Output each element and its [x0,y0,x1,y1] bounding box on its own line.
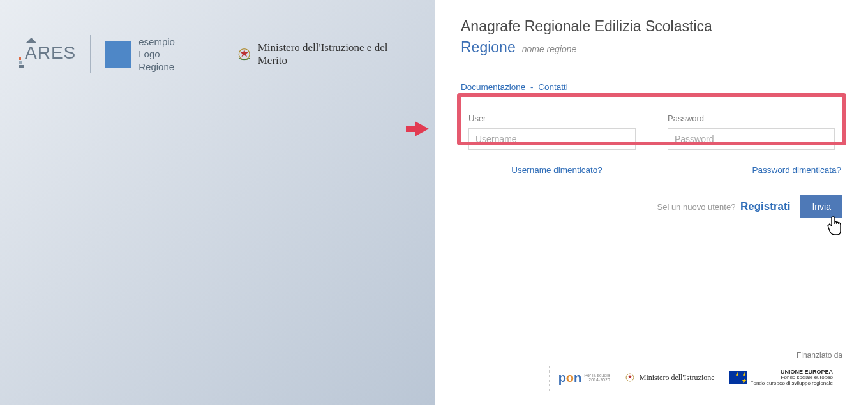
financed-by-label: Finanziato da [461,351,842,360]
link-documentazione[interactable]: Documentazione [461,82,525,92]
eu-flag-icon: ★ ★ ★ [729,371,747,384]
ares-text: RES [38,43,77,63]
page-title: Anagrafe Regionale Edilizia Scolastica [461,18,842,35]
user-label: User [468,114,636,123]
ministero-logo: Ministero dell'Istruzione e del Merito [236,41,416,67]
pon-logo: pon Per la scuola 2014-2020 [558,371,610,385]
italian-emblem-icon [624,372,636,383]
ministero-label: Ministero dell'Istruzione e del Merito [258,41,416,67]
left-branding-panel: ARES esempio Logo Regione Ministero dell… [0,0,435,405]
region-logo-example: esempio Logo Regione [105,36,197,73]
link-forgot-username[interactable]: Username dimenticato? [511,165,602,175]
funder-logos: pon Per la scuola 2014-2020 Ministero de… [549,364,842,392]
ministero-footer-logo: Ministero dell'Istruzione [624,372,715,383]
login-form: User Password [461,105,842,161]
link-separator: - [530,82,534,92]
new-user-prompt: Sei un nuovo utente? Registrati [657,200,790,213]
subtitle-regione: Regione [461,39,516,56]
region-example-line2: Logo Regione [138,48,197,73]
password-input[interactable] [668,128,835,150]
ministero-footer-label: Ministero dell'Istruzione [640,373,715,383]
link-contatti[interactable]: Contatti [538,82,568,92]
region-placeholder-box [105,41,131,68]
password-label: Password [668,114,835,123]
login-panel: Anagrafe Regionale Edilizia Scolastica R… [435,0,868,405]
eu-title: UNIONE EUROPEA [781,369,833,375]
region-example-line1: esempio [138,36,197,48]
username-input[interactable] [468,128,636,150]
annotation-arrow-icon [415,121,429,136]
link-registrati[interactable]: Registrati [740,200,790,212]
top-links: Documentazione - Contatti [461,82,842,92]
italian-emblem-icon [236,46,252,63]
link-forgot-password[interactable]: Password dimenticata? [752,165,841,175]
subtitle-region-name: nome regione [522,44,577,54]
eu-logo: ★ ★ ★ UNIONE EUROPEA Fondo sociale europ… [729,369,833,387]
cursor-pointer-icon [826,216,844,236]
eu-subtitle: Fondo sociale europeo Fondo europeo di s… [751,374,833,386]
divider [90,35,91,73]
ares-logo: ARES [19,43,76,66]
footer: Finanziato da pon Per la scuola 2014-202… [461,351,842,392]
submit-button[interactable]: Invia [800,195,842,218]
